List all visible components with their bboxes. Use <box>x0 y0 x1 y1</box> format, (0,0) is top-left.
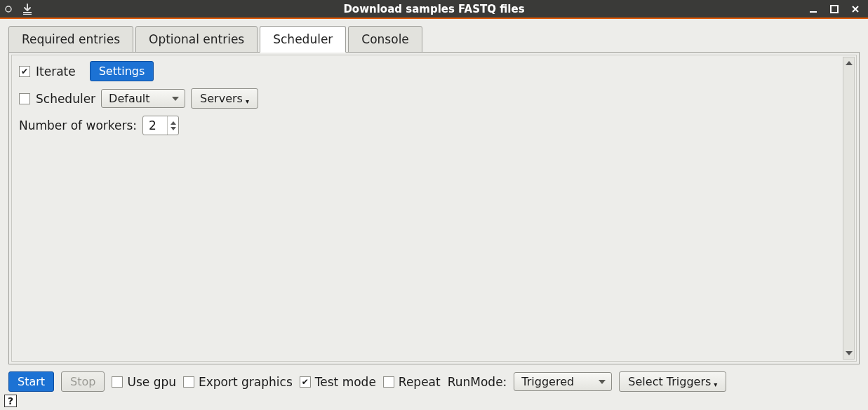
svg-rect-4 <box>831 6 838 13</box>
spinner-arrows[interactable] <box>167 116 178 135</box>
help-icon: ? <box>8 395 13 406</box>
stop-button-label: Stop <box>70 375 95 388</box>
tabstrip: Required entries Optional entries Schedu… <box>8 26 860 53</box>
export-graphics-checkbox[interactable] <box>183 376 194 388</box>
scroll-up-button[interactable] <box>843 57 854 69</box>
close-icon[interactable] <box>851 5 860 13</box>
iterate-label: Iterate <box>36 64 76 78</box>
tab-label: Optional entries <box>149 32 244 46</box>
workers-label: Number of workers: <box>19 118 137 132</box>
scheduler-checkbox[interactable] <box>19 93 30 104</box>
iterate-row: ✔ Iterate Settings <box>19 61 849 81</box>
window-title: Download samples FASTQ files <box>0 3 868 15</box>
start-button[interactable]: Start <box>8 371 54 392</box>
start-button-label: Start <box>18 375 45 388</box>
bottom-bar: Start Stop Use gpu Export graphics ✔ Tes… <box>0 364 868 395</box>
scheduler-panel-inner: ✔ Iterate Settings Scheduler Default Ser… <box>11 55 857 362</box>
export-graphics-label: Export graphics <box>199 375 293 389</box>
repeat-group: Repeat <box>383 375 441 389</box>
chevron-down-icon <box>172 97 179 101</box>
test-mode-checkbox[interactable]: ✔ <box>300 376 311 388</box>
settings-button-label: Settings <box>99 64 145 78</box>
svg-point-0 <box>6 6 11 12</box>
export-graphics-group: Export graphics <box>183 375 293 389</box>
select-triggers-button[interactable]: Select Triggers ▾ <box>619 371 726 392</box>
chevron-down-icon <box>599 380 606 384</box>
tab-required-entries[interactable]: Required entries <box>8 26 133 53</box>
svg-rect-2 <box>23 14 32 15</box>
settings-button[interactable]: Settings <box>90 61 154 81</box>
use-gpu-group: Use gpu <box>112 375 176 389</box>
runmode-group: RunMode: <box>448 375 507 389</box>
scheduler-label: Scheduler <box>36 92 95 106</box>
help-button[interactable]: ? <box>4 395 17 407</box>
scheduler-panel: ✔ Iterate Settings Scheduler Default Ser… <box>8 52 860 364</box>
svg-rect-1 <box>23 12 32 13</box>
tab-label: Required entries <box>22 32 120 46</box>
scheduler-select-value: Default <box>109 92 149 105</box>
scheduler-row: Scheduler Default Servers ▾ <box>19 88 849 109</box>
panel-scrollbar[interactable] <box>843 57 855 360</box>
titlebar-left-icons <box>0 3 34 15</box>
workers-spinner[interactable]: 2 <box>142 116 179 135</box>
help-row: ? <box>0 395 868 410</box>
download-icon[interactable] <box>21 3 34 15</box>
tab-label: Console <box>361 32 409 46</box>
select-triggers-label: Select Triggers <box>628 375 711 388</box>
tab-container: Required entries Optional entries Schedu… <box>8 26 860 364</box>
servers-button[interactable]: Servers ▾ <box>191 88 258 109</box>
runmode-value: Triggered <box>521 375 574 388</box>
tab-label: Scheduler <box>273 32 333 46</box>
menu-caret-icon: ▾ <box>246 97 249 105</box>
use-gpu-checkbox[interactable] <box>112 376 123 388</box>
iterate-checkbox[interactable]: ✔ <box>19 66 30 77</box>
stop-button[interactable]: Stop <box>61 371 105 392</box>
workers-value: 2 <box>143 116 167 135</box>
window-controls <box>809 5 868 13</box>
spinner-down-icon[interactable] <box>171 127 176 130</box>
triangle-up-icon <box>846 61 853 65</box>
window-titlebar: Download samples FASTQ files <box>0 0 868 19</box>
test-mode-label: Test mode <box>315 375 376 389</box>
workers-row: Number of workers: 2 <box>19 116 849 135</box>
maximize-icon[interactable] <box>830 5 839 13</box>
repeat-checkbox[interactable] <box>383 376 394 388</box>
runmode-select[interactable]: Triggered <box>514 372 612 391</box>
app-menu-icon[interactable] <box>4 5 13 13</box>
triangle-down-icon <box>846 351 853 355</box>
scroll-down-button[interactable] <box>843 348 854 359</box>
client-area: Required entries Optional entries Schedu… <box>0 19 868 410</box>
repeat-label: Repeat <box>399 375 441 389</box>
test-mode-group: ✔ Test mode <box>300 375 376 389</box>
minimize-icon[interactable] <box>809 5 817 13</box>
tab-optional-entries[interactable]: Optional entries <box>135 26 258 53</box>
use-gpu-label: Use gpu <box>127 375 176 389</box>
svg-rect-3 <box>810 11 817 13</box>
tab-console[interactable]: Console <box>348 26 422 53</box>
tab-scheduler[interactable]: Scheduler <box>260 26 346 53</box>
scheduler-select[interactable]: Default <box>101 89 185 108</box>
runmode-label: RunMode: <box>448 375 507 389</box>
spinner-up-icon[interactable] <box>171 121 176 125</box>
menu-caret-icon: ▾ <box>714 381 717 388</box>
servers-button-label: Servers <box>200 92 243 105</box>
